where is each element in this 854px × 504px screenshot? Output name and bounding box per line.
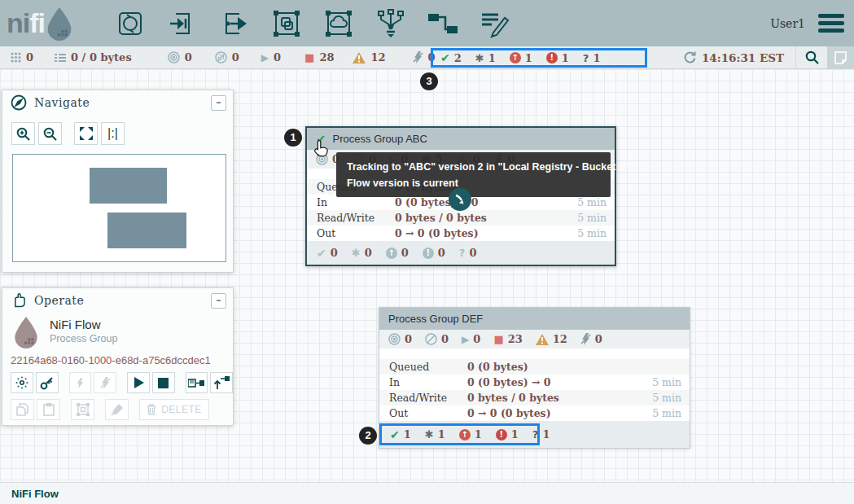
start-button[interactable]: [127, 372, 150, 393]
hand-icon: [11, 292, 27, 309]
version-states-highlight-box: ✔1 ✱1 ↑1 !1 ?1: [379, 423, 540, 445]
process-group-def-title: Process Group DEF: [388, 313, 483, 325]
delete-button[interactable]: DELETE: [139, 399, 209, 420]
search-icon: [805, 50, 819, 64]
process-group-def-header[interactable]: Process Group DEF: [379, 308, 690, 330]
compass-icon: [11, 94, 27, 111]
running-status: ▶ 0: [261, 51, 281, 64]
annotation-arrow-circle: [449, 188, 471, 211]
operate-collapse-button[interactable]: –: [211, 293, 226, 309]
process-group-abc-version-states: ✔0 ✱0 ↑0 !0 ?0: [307, 241, 615, 265]
locally-modified-stale-icon: !: [423, 248, 434, 259]
funnel-icon[interactable]: [374, 7, 407, 40]
navigate-collapse-button[interactable]: –: [211, 95, 226, 111]
remote-process-group-icon[interactable]: [322, 7, 355, 40]
current-user-label[interactable]: User1: [770, 17, 805, 30]
stopped-icon: ■: [304, 51, 314, 64]
hand-cursor: [313, 138, 331, 158]
stopped-icon: ■: [493, 333, 503, 345]
process-group-def-stats: 0 0 ▶0 ■23 12 0: [379, 330, 690, 348]
stat-row-out: Out0 → 0 (0 bytes)5 min: [379, 405, 690, 421]
breadcrumb-bar: NiFi Flow: [0, 482, 854, 504]
process-group-def[interactable]: Process Group DEF 0 0 ▶0 ■23 12 0 Queued…: [379, 307, 690, 449]
process-group-drop-icon: [12, 316, 40, 348]
zoom-in-button[interactable]: [11, 122, 35, 145]
up-to-date-icon: ✔: [390, 428, 400, 441]
zoom-fit-button[interactable]: [74, 122, 98, 145]
process-group-abc-header[interactable]: ✔ Process Group ABC: [307, 128, 615, 150]
zoom-out-button[interactable]: [38, 122, 62, 145]
tooltip-line-1: Tracking to "ABC" version 2 in "Local Re…: [347, 159, 600, 175]
locally-modified-stale-icon: !: [546, 52, 558, 64]
minimap-component: [107, 213, 186, 248]
tooltip-line-2: Flow version is current: [347, 175, 600, 191]
delete-button-label: DELETE: [161, 404, 202, 415]
disabled-icon: [413, 51, 423, 64]
transmitting-icon: [388, 333, 401, 345]
locally-modified-icon: ✱: [425, 428, 434, 440]
processor-icon[interactable]: [114, 7, 147, 40]
not-transmitting-status: 0: [215, 51, 239, 64]
status-bar: 0 0 / 0 bytes 0 0 ▶ 0 ■ 28 12 0 ✔2 ✱1 ↑1: [0, 46, 854, 69]
sync-failure-icon: ?: [532, 428, 539, 440]
sync-failure-status: ?1: [583, 52, 601, 64]
queued-status: 0 / 0 bytes: [55, 51, 132, 64]
not-transmitting-icon: [215, 51, 227, 64]
input-port-icon[interactable]: [166, 7, 199, 40]
navigate-title: Navigate: [34, 96, 90, 109]
refresh-status[interactable]: 14:16:31 EST: [684, 51, 784, 64]
locally-modified-icon: ✱: [352, 247, 361, 259]
stat-row-readwrite: Read/Write0 bytes / 0 bytes5 min: [307, 210, 615, 226]
save-template-button[interactable]: [186, 372, 208, 393]
stopped-status: ■ 28: [304, 51, 334, 64]
access-policies-button[interactable]: [36, 372, 59, 393]
invalid-status: 12: [353, 51, 385, 64]
label-icon[interactable]: [479, 7, 511, 40]
locally-modified-stale-icon: !: [496, 429, 507, 440]
color-button[interactable]: [105, 399, 129, 420]
up-to-date-status: ✔2: [440, 51, 462, 64]
nifi-logo: nifi: [7, 7, 103, 41]
up-to-date-icon: ✔: [317, 247, 326, 260]
group-button[interactable]: [71, 399, 94, 420]
process-group-icon[interactable]: [270, 7, 303, 40]
process-group-abc-title: Process Group ABC: [333, 133, 427, 145]
selected-flow-name: NiFi Flow: [50, 318, 117, 331]
arrow-down-right-icon: [454, 194, 466, 205]
global-menu-icon[interactable]: [818, 14, 844, 33]
stat-row-readwrite: Read/Write0 bytes / 0 bytes5 min: [379, 390, 690, 405]
configuration-button[interactable]: [11, 372, 33, 393]
navigate-palette: Navigate – |:|: [2, 90, 234, 273]
breadcrumb[interactable]: NiFi Flow: [11, 488, 59, 500]
stat-row-in: In0 (0 bytes) → 05 min: [379, 375, 690, 390]
transmitting-status: 0: [168, 51, 192, 64]
running-icon: ▶: [261, 52, 269, 64]
copy-button[interactable]: [11, 399, 34, 420]
output-port-icon[interactable]: [218, 7, 251, 40]
stat-row-queued: Queued0 (0 bytes): [379, 359, 690, 375]
disabled-icon: [580, 333, 591, 345]
stale-icon: ↑: [459, 429, 471, 440]
disable-button[interactable]: [94, 372, 116, 393]
selected-flow-id: 22164a68-0160-1000-e68d-a75c6dccdec1: [2, 348, 233, 366]
not-transmitting-icon: [425, 333, 437, 345]
paste-button[interactable]: [37, 399, 60, 420]
side-panel-toggle-button[interactable]: [827, 46, 854, 68]
template-icon[interactable]: [427, 7, 459, 40]
enable-button[interactable]: [69, 372, 92, 393]
stop-button[interactable]: [152, 372, 175, 393]
nifi-drop-icon: [45, 7, 74, 41]
birdseye-minimap[interactable]: [12, 154, 226, 262]
refresh-icon[interactable]: [684, 51, 696, 64]
version-states-highlight-box: ✔2 ✱1 ↑1 !1 ?1: [431, 48, 647, 68]
stale-icon: ↑: [386, 248, 397, 259]
queued-icon: [55, 53, 66, 63]
locally-modified-status: ✱1: [475, 52, 496, 64]
search-button[interactable]: [796, 46, 827, 68]
running-icon: ▶: [462, 334, 469, 345]
upload-template-button[interactable]: [210, 372, 233, 393]
stale-status: ↑1: [510, 52, 532, 64]
version-tooltip: Tracking to "ABC" version 2 in "Local Re…: [336, 152, 611, 197]
annotation-badge-2: 2: [359, 427, 377, 445]
zoom-actual-size-button[interactable]: |:|: [101, 122, 125, 145]
